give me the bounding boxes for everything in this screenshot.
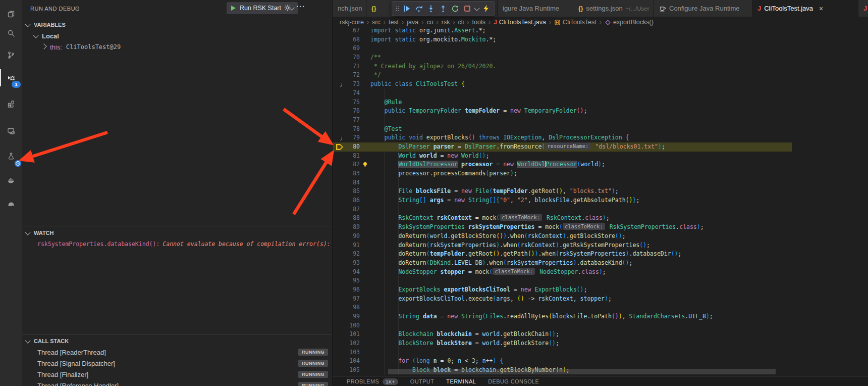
activity-source-control-icon[interactable] — [0, 45, 22, 65]
breadcrumb-symbol[interactable]: CliToolsTest — [563, 19, 596, 26]
code-line[interactable]: 103 — [333, 348, 792, 357]
code-line[interactable]: 79 public void exportBlocks() throws IOE… — [333, 133, 792, 142]
code-line[interactable]: 69 — [333, 44, 792, 53]
horizontal-scrollbar[interactable] — [388, 369, 776, 374]
breadcrumb-item[interactable]: java — [407, 19, 418, 26]
breadcrumb-item[interactable]: test — [389, 19, 399, 26]
breadcrumb-item[interactable]: src — [372, 19, 381, 26]
code-line[interactable]: 83 processor.processCommands(parser); — [333, 169, 792, 178]
code-line[interactable]: 99 String data = new String(Files.readAl… — [333, 312, 792, 321]
step-into-icon[interactable] — [425, 3, 437, 15]
call-stack-thread-row[interactable]: Thread [Signal Dispatcher]RUNNING — [22, 358, 332, 369]
call-stack-thread-row[interactable]: Thread [Finalizer]RUNNING — [22, 369, 332, 380]
code-line[interactable]: 101 Blockchain blockchain = world.getBlo… — [333, 330, 792, 339]
breadcrumb-item[interactable]: co — [426, 19, 433, 26]
panel-tab-output[interactable]: OUTPUT — [410, 378, 435, 384]
code-line[interactable]: 100 — [333, 321, 792, 330]
hot-code-replace-icon[interactable] — [480, 3, 492, 15]
activity-search-icon[interactable] — [0, 24, 22, 43]
tab-tab-6[interactable]: J — [858, 0, 868, 17]
code-line[interactable]: 70/** — [333, 53, 792, 62]
code-line[interactable]: 98 — [333, 303, 792, 312]
activity-explorer-icon[interactable] — [0, 5, 22, 24]
code-line[interactable]: 87 — [333, 205, 792, 214]
step-out-icon[interactable] — [437, 3, 449, 15]
debug-count-badge: 1 — [12, 81, 21, 88]
code-line[interactable]: 78 @Test — [333, 125, 792, 134]
code-token: ) — [619, 313, 622, 320]
activity-extensions-icon[interactable] — [0, 94, 22, 114]
watch-header[interactable]: WATCH — [22, 227, 332, 238]
stop-menu-icon[interactable] — [473, 3, 480, 15]
code-line[interactable]: 75 @Rule — [333, 98, 792, 107]
code-token: rskSystemProperties — [507, 259, 573, 266]
code-line[interactable]: 85 File blocksFile = new File(tempFolder… — [333, 187, 792, 196]
code-line[interactable]: 102 BlockStore blockStore = world.getBlo… — [333, 339, 792, 348]
breadcrumb-file[interactable]: CliToolsTest.java — [499, 19, 546, 26]
code-line[interactable]: 82 WorldDslProcessor processor = new Wor… — [333, 160, 792, 169]
breadcrumb-symbol[interactable]: exportBlocks() — [613, 19, 654, 26]
variables-header[interactable]: VARIABLES — [22, 19, 332, 30]
code-line[interactable]: 97 exportBlocksCliTool.execute(args, () … — [333, 295, 792, 304]
code-line[interactable]: 86 String[] args = new String[]{"0", "2"… — [333, 196, 792, 205]
code-line[interactable]: 96 ExportBlocks exportBlocksCliTool = ne… — [333, 285, 792, 295]
code-line[interactable]: 72 */ — [333, 71, 792, 80]
close-icon[interactable]: × — [819, 5, 823, 13]
breadcrumb-item[interactable]: rsk — [442, 19, 450, 26]
panel-tab-problems[interactable]: PROBLEMS1K+ — [347, 378, 398, 385]
call-stack-thread-row[interactable]: Thread [Reference Handler]RUNNING — [22, 380, 332, 386]
activity-remote-explorer-icon[interactable] — [0, 121, 22, 140]
code-token: execute — [468, 295, 493, 302]
activity-run-and-debug-icon[interactable]: 1 — [0, 68, 22, 87]
continue-icon[interactable] — [401, 3, 413, 15]
code-token: ( — [482, 313, 486, 320]
breadcrumb-item[interactable]: rskj-core — [340, 19, 364, 26]
gear-icon[interactable] — [284, 4, 291, 12]
variable-row-this[interactable]: this: CliToolsTest@29 — [22, 41, 332, 53]
code-line[interactable]: 88 RskContext rskContext = mock(classToM… — [333, 214, 792, 223]
code-text: */ — [370, 71, 381, 80]
code-text: * Created by ajlopez on 26/04/2020. — [370, 62, 496, 71]
code-line[interactable]: 84 — [333, 178, 792, 187]
tab-nch-json[interactable]: nch.json — [333, 0, 366, 17]
code-line[interactable]: 77 — [333, 116, 792, 125]
code-line[interactable]: 92 doReturn(tempFolder.getRoot().getPath… — [333, 250, 792, 259]
activity-gradle-icon[interactable] — [0, 194, 22, 213]
stop-icon[interactable] — [461, 3, 473, 15]
panel-tab-terminal[interactable]: TERMINAL — [446, 378, 476, 384]
tab-igure-java-runtime[interactable]: igure Java Runtime — [498, 0, 573, 17]
code-line[interactable]: 74 — [333, 89, 792, 98]
tab-configure-java-runtime[interactable]: Configure Java Runtime — [654, 0, 752, 17]
code-line[interactable]: 104 for (long n = 0; n < 3; n++) { — [333, 357, 792, 366]
code-line[interactable]: 76 public TemporaryFolder tempFolder = n… — [333, 107, 792, 116]
code-line[interactable]: 93 doReturn(DbKind.LEVEL_DB).when(rskSys… — [333, 259, 792, 268]
breadcrumb-item[interactable]: cli — [458, 19, 464, 26]
code-line[interactable]: 71 * Created by ajlopez on 26/04/2020. — [333, 62, 792, 71]
code-line[interactable]: 90 doReturn(world.getBlockStore()).when(… — [333, 232, 792, 241]
breadcrumb-item[interactable]: tools — [472, 19, 485, 26]
activity-testing-icon[interactable] — [0, 147, 22, 166]
call-stack-thread-row[interactable]: Thread [ReaderThread]RUNNING — [22, 347, 332, 358]
lightbulb-icon[interactable] — [362, 161, 368, 169]
code-line[interactable]: 94 NodeStopper stopper = mock(classToMoc… — [333, 268, 792, 277]
code-line[interactable]: 73public class CliToolsTest { — [333, 80, 792, 89]
panel-tab-debug-console[interactable]: DEBUG CONSOLE — [488, 378, 539, 384]
code-line[interactable]: 89 RskSystemProperties rskSystemProperti… — [333, 223, 792, 232]
watch-expression-row[interactable]: rskSystemProperties.databaseKind(): Cann… — [22, 238, 332, 250]
code-line[interactable]: 80 DslParser parser = DslParser.fromReso… — [333, 142, 792, 152]
more-actions-icon[interactable]: ··· — [296, 2, 305, 11]
step-over-icon[interactable] — [413, 3, 425, 15]
code-line[interactable]: 68import static org.mockito.Mockito.*; — [333, 35, 792, 44]
tab-settings-json[interactable]: {}settings.json~/.../User — [573, 0, 654, 17]
code-token — [370, 143, 398, 150]
code-line[interactable]: 95 — [333, 276, 792, 285]
call-stack-header[interactable]: CALL STACK — [22, 335, 332, 347]
code-editor[interactable]: 67import static org.junit.Assert.*;68imp… — [333, 26, 792, 375]
tab-clitoolstest-java[interactable]: JCliToolsTest.java× — [752, 0, 858, 17]
code-line[interactable]: 91 doReturn(rskSystemProperties).when(rs… — [333, 241, 792, 250]
activity-docker-icon[interactable] — [0, 171, 22, 190]
code-line[interactable]: 81 World world = new World(); — [333, 152, 792, 161]
code-token: mock — [482, 214, 497, 221]
restart-icon[interactable] — [449, 3, 461, 15]
variables-scope-local[interactable]: Local — [22, 30, 332, 41]
